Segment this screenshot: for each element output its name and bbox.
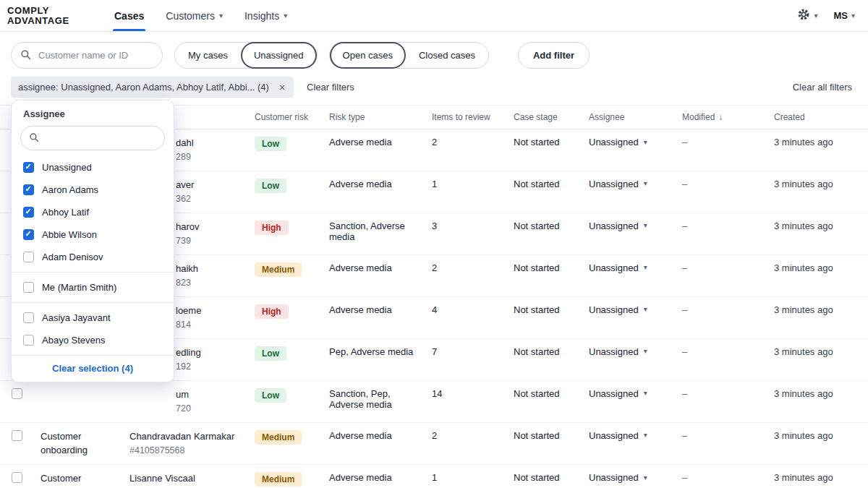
risk-badge: High bbox=[255, 221, 289, 235]
clear-selection-button[interactable]: Clear selection (4) bbox=[48, 362, 137, 374]
col-items-to-review[interactable]: Items to review bbox=[426, 106, 508, 129]
assignee-value: Unassigned bbox=[589, 388, 639, 399]
col-modified[interactable]: Modified↓ bbox=[676, 106, 768, 129]
assignee-select[interactable]: Unassigned ▾ bbox=[589, 179, 647, 189]
col-customer-risk[interactable]: Customer risk bbox=[249, 106, 323, 129]
assignee-filter-chip[interactable]: assignee: Unassigned, Aaron Adams, Abhoy… bbox=[11, 77, 294, 98]
option-checkbox[interactable] bbox=[23, 229, 34, 240]
chevron-down-icon: ▾ bbox=[644, 264, 647, 271]
assignee-select[interactable]: Unassigned ▾ bbox=[589, 430, 647, 441]
logo-line2: ADVANTAGE bbox=[7, 16, 101, 26]
risk-badge: Low bbox=[255, 388, 286, 403]
col-assignee[interactable]: Assignee bbox=[583, 106, 676, 129]
customer-id: 362 bbox=[176, 192, 243, 205]
assignee-search[interactable] bbox=[20, 126, 165, 150]
clear-all-filters-button[interactable]: Clear all filters bbox=[793, 82, 852, 93]
items-to-review: 2 bbox=[426, 129, 508, 171]
row-checkbox[interactable] bbox=[12, 472, 22, 483]
option-checkbox[interactable] bbox=[23, 312, 34, 323]
customer-search[interactable] bbox=[11, 42, 163, 69]
modified-value: – bbox=[676, 465, 768, 488]
chevron-down-icon: ▾ bbox=[644, 222, 647, 229]
table-row[interactable]: Customer onboarding Lisanne Viscaal #427… bbox=[0, 465, 868, 488]
clear-filters-button[interactable]: Clear filters bbox=[307, 82, 354, 93]
chevron-down-icon: ▾ bbox=[644, 432, 647, 439]
customer-name: um bbox=[176, 388, 243, 402]
option-checkbox[interactable] bbox=[23, 282, 34, 293]
assignee-search-input[interactable] bbox=[45, 132, 156, 145]
risk-type: Adverse media bbox=[323, 171, 426, 213]
table-row[interactable]: Customer onboarding Chandravadan Karmaka… bbox=[0, 422, 868, 465]
assignee-select[interactable]: Unassigned ▾ bbox=[589, 388, 647, 399]
case-stage: Not started bbox=[508, 465, 583, 488]
option-checkbox[interactable] bbox=[23, 162, 34, 173]
case-stage: Not started bbox=[508, 422, 583, 465]
assignee-value: Unassigned bbox=[589, 221, 639, 231]
option-label: Aaron Adams bbox=[42, 184, 98, 195]
assignee-option[interactable]: Adam Denisov bbox=[12, 246, 174, 268]
modified-value: – bbox=[676, 422, 768, 465]
user-menu-button[interactable]: MS ▾ bbox=[833, 10, 855, 21]
assignee-option[interactable]: Aasiya Jayavant bbox=[12, 307, 174, 329]
modified-value: – bbox=[676, 296, 768, 338]
modified-value: – bbox=[676, 380, 768, 422]
option-checkbox[interactable] bbox=[23, 207, 34, 218]
items-to-review: 3 bbox=[426, 213, 508, 254]
assignee-option[interactable]: Abhoy Latif bbox=[12, 201, 174, 223]
assignee-select[interactable]: Unassigned ▾ bbox=[589, 346, 647, 357]
tab-insights[interactable]: Insights ▾ bbox=[244, 0, 287, 31]
filter-my-cases-button[interactable]: My cases bbox=[175, 42, 241, 69]
assignee-option[interactable]: Me (Martin Smith) bbox=[12, 276, 174, 299]
customer-name: dahl bbox=[176, 137, 243, 150]
risk-badge: Low bbox=[255, 137, 286, 151]
add-filter-button[interactable]: Add filter bbox=[518, 42, 590, 69]
assignee-select[interactable]: Unassigned ▾ bbox=[589, 472, 647, 483]
row-checkbox[interactable] bbox=[12, 430, 22, 441]
option-checkbox[interactable] bbox=[23, 252, 34, 262]
chevron-down-icon: ▾ bbox=[644, 474, 647, 481]
assignee-select[interactable]: Unassigned ▾ bbox=[589, 137, 647, 147]
table-row[interactable]: um 720 Low Sanction, Pep, Adverse media … bbox=[0, 380, 868, 422]
assignee-filter-panel: Assignee Unassigned Aaron Adams Abhoy La… bbox=[11, 100, 174, 382]
created-value: 3 minutes ago bbox=[768, 296, 868, 338]
filter-unassigned-button[interactable]: Unassigned bbox=[241, 42, 317, 69]
assignee-option[interactable]: Aaron Adams bbox=[12, 179, 174, 201]
modified-value: – bbox=[676, 213, 768, 254]
chevron-down-icon: ▾ bbox=[284, 12, 287, 20]
created-value: 3 minutes ago bbox=[768, 465, 868, 488]
assignee-select[interactable]: Unassigned ▾ bbox=[589, 262, 647, 273]
chevron-down-icon: ▾ bbox=[644, 139, 647, 146]
option-label: Abhoy Latif bbox=[42, 207, 89, 218]
customer-id: 720 bbox=[176, 402, 243, 415]
risk-badge: Low bbox=[255, 346, 286, 361]
filter-closed-cases-button[interactable]: Closed cases bbox=[406, 42, 488, 69]
tab-customers[interactable]: Customers ▾ bbox=[166, 0, 223, 31]
assignee-option[interactable]: Unassigned bbox=[12, 156, 174, 179]
assignee-select[interactable]: Unassigned ▾ bbox=[589, 221, 647, 231]
assignee-value: Unassigned bbox=[589, 472, 639, 483]
items-to-review: 2 bbox=[426, 254, 508, 296]
case-stage: Not started bbox=[508, 254, 583, 296]
customer-name: aver bbox=[176, 179, 243, 192]
col-risk-type[interactable]: Risk type bbox=[323, 106, 426, 129]
risk-type: Adverse media bbox=[323, 422, 426, 465]
col-case-stage[interactable]: Case stage bbox=[508, 106, 583, 129]
search-input[interactable] bbox=[37, 49, 153, 61]
customer-name: haikh bbox=[176, 262, 243, 276]
tab-cases[interactable]: Cases bbox=[114, 0, 144, 31]
row-checkbox[interactable] bbox=[12, 388, 22, 399]
settings-menu-button[interactable]: ▾ bbox=[797, 8, 817, 23]
col-created[interactable]: Created bbox=[768, 106, 868, 129]
col-modified-label: Modified bbox=[682, 112, 715, 122]
assignee-option[interactable]: Abbie Wilson bbox=[12, 223, 174, 246]
option-checkbox[interactable] bbox=[23, 184, 34, 195]
option-label: Unassigned bbox=[42, 162, 92, 173]
assignee-option[interactable]: Abayo Stevens bbox=[12, 329, 174, 351]
filter-open-cases-button[interactable]: Open cases bbox=[330, 42, 406, 69]
option-checkbox[interactable] bbox=[23, 335, 34, 346]
risk-type: Sanction, Pep, Adverse media bbox=[323, 380, 426, 422]
chip-close-icon[interactable]: × bbox=[278, 82, 286, 93]
chevron-down-icon: ▾ bbox=[814, 12, 817, 20]
assignee-select[interactable]: Unassigned ▾ bbox=[589, 304, 647, 315]
items-to-review: 14 bbox=[426, 380, 508, 422]
